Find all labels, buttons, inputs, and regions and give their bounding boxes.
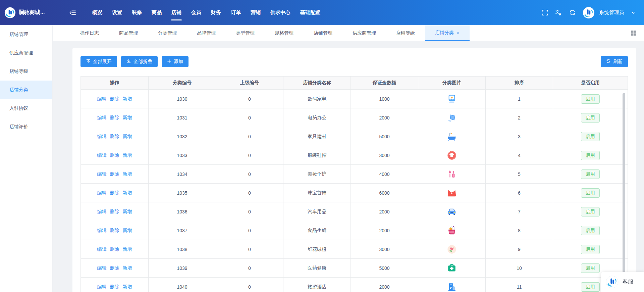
add-child-link[interactable]: 新增 bbox=[123, 171, 132, 177]
category-name-cell: 数码家电 bbox=[283, 90, 351, 108]
sidebar-item-store-management[interactable]: 店铺管理 bbox=[0, 25, 52, 44]
edit-link[interactable]: 编辑 bbox=[97, 96, 107, 101]
sidebar-item-store-level[interactable]: 店铺等级 bbox=[0, 62, 52, 81]
category-code-cell: 1040 bbox=[149, 278, 216, 292]
tab-supplier-management[interactable]: 供应商管理 bbox=[342, 25, 386, 41]
add-label: 添加 bbox=[174, 59, 183, 65]
delete-link[interactable]: 删除 bbox=[110, 171, 119, 177]
tab-close-icon[interactable]: × bbox=[457, 30, 460, 35]
add-child-link[interactable]: 新增 bbox=[123, 152, 132, 158]
category-image-cell bbox=[418, 259, 486, 278]
edit-link[interactable]: 编辑 bbox=[97, 152, 107, 158]
add-child-link[interactable]: 新增 bbox=[123, 96, 132, 101]
tab-store-level[interactable]: 店铺等级 bbox=[386, 25, 425, 41]
add-child-link[interactable]: 新增 bbox=[123, 209, 132, 214]
delete-link[interactable]: 删除 bbox=[110, 284, 119, 289]
tab-operation-log[interactable]: 操作日志 bbox=[70, 25, 109, 41]
nav-item-base-config[interactable]: 基础配置 bbox=[300, 0, 320, 25]
delete-link[interactable]: 删除 bbox=[110, 152, 119, 158]
table-row: 编辑删除新增 1032 0 家具建材 5000 3 启用 bbox=[81, 127, 628, 146]
computer-office-icon bbox=[447, 113, 457, 123]
refresh-icon[interactable] bbox=[569, 9, 576, 16]
expand-all-button[interactable]: 全部展开 bbox=[80, 56, 117, 67]
nav-item-products[interactable]: 商品 bbox=[152, 0, 162, 25]
add-child-link[interactable]: 新增 bbox=[123, 115, 132, 120]
edit-link[interactable]: 编辑 bbox=[97, 115, 107, 120]
add-child-link[interactable]: 新增 bbox=[123, 284, 132, 289]
tab-spec-management[interactable]: 规格管理 bbox=[265, 25, 304, 41]
tab-brand-management[interactable]: 品牌管理 bbox=[187, 25, 226, 41]
category-name-cell: 旅游酒店 bbox=[283, 278, 351, 292]
delete-link[interactable]: 删除 bbox=[110, 115, 119, 120]
sort-cell: 6 bbox=[486, 184, 553, 202]
language-icon[interactable]: 文A bbox=[555, 9, 562, 16]
edit-link[interactable]: 编辑 bbox=[97, 246, 107, 252]
nav-item-supply-center[interactable]: 供求中心 bbox=[270, 0, 290, 25]
vertical-scrollbar-thumb[interactable] bbox=[623, 93, 625, 273]
delete-link[interactable]: 删除 bbox=[110, 96, 119, 101]
tab-category-management[interactable]: 分类管理 bbox=[148, 25, 187, 41]
category-code-cell: 1039 bbox=[149, 259, 216, 278]
delete-link[interactable]: 删除 bbox=[110, 134, 119, 139]
nav-item-orders[interactable]: 订单 bbox=[231, 0, 241, 25]
tab-grid-icon[interactable] bbox=[631, 30, 637, 36]
tab-product-management[interactable]: 商品管理 bbox=[109, 25, 148, 41]
actions-cell: 编辑删除新增 bbox=[81, 108, 149, 127]
edit-link[interactable]: 编辑 bbox=[97, 265, 107, 271]
user-name[interactable]: 系统管理员 bbox=[599, 9, 624, 16]
delete-link[interactable]: 删除 bbox=[110, 265, 119, 271]
status-cell: 启用 bbox=[553, 90, 628, 108]
actions-cell: 编辑删除新增 bbox=[81, 90, 149, 108]
status-badge: 启用 bbox=[581, 282, 600, 292]
svg-text:A: A bbox=[559, 12, 561, 16]
tab-store-category[interactable]: 店铺分类 × bbox=[425, 25, 470, 41]
add-button[interactable]: 添加 bbox=[162, 56, 189, 67]
category-code-cell: 1035 bbox=[149, 184, 216, 202]
add-child-link[interactable]: 新增 bbox=[123, 246, 132, 252]
deposit-cell: 2000 bbox=[351, 278, 418, 292]
edit-link[interactable]: 编辑 bbox=[97, 228, 107, 233]
chevron-down-icon[interactable] bbox=[631, 11, 635, 15]
edit-link[interactable]: 编辑 bbox=[97, 171, 107, 177]
add-child-link[interactable]: 新增 bbox=[123, 190, 132, 195]
collapse-all-button[interactable]: 全部折叠 bbox=[121, 56, 158, 67]
fullscreen-icon[interactable] bbox=[542, 9, 548, 16]
sidebar-item-store-category[interactable]: 店铺分类 bbox=[0, 81, 52, 99]
user-avatar[interactable] bbox=[583, 7, 595, 19]
tab-type-management[interactable]: 类型管理 bbox=[226, 25, 265, 41]
add-child-link[interactable]: 新增 bbox=[123, 134, 132, 139]
nav-item-members[interactable]: 会员 bbox=[191, 0, 201, 25]
nav-item-decoration[interactable]: 装修 bbox=[132, 0, 142, 25]
customer-service-widget[interactable]: 客服 bbox=[601, 272, 644, 292]
nav-item-finance[interactable]: 财务 bbox=[211, 0, 221, 25]
status-badge: 启用 bbox=[581, 132, 600, 141]
refresh-button-icon bbox=[606, 59, 611, 64]
category-code-cell: 1034 bbox=[149, 165, 216, 184]
delete-link[interactable]: 删除 bbox=[110, 190, 119, 195]
nav-item-marketing[interactable]: 营销 bbox=[251, 0, 261, 25]
edit-link[interactable]: 编辑 bbox=[97, 209, 107, 214]
sidebar-item-entry-agreement[interactable]: 入驻协议 bbox=[0, 99, 52, 117]
edit-link[interactable]: 编辑 bbox=[97, 134, 107, 139]
menu-fold-icon[interactable] bbox=[69, 9, 76, 16]
sort-cell: 4 bbox=[486, 146, 553, 165]
tab-store-management[interactable]: 店铺管理 bbox=[304, 25, 342, 41]
parent-code-cell: 0 bbox=[216, 202, 283, 221]
nav-item-overview[interactable]: 概况 bbox=[92, 0, 102, 25]
delete-link[interactable]: 删除 bbox=[110, 209, 119, 214]
sidebar-item-store-review[interactable]: 店铺评价 bbox=[0, 117, 52, 136]
edit-link[interactable]: 编辑 bbox=[97, 284, 107, 289]
sidebar: 店铺管理 供应商管理 店铺等级 店铺分类 入驻协议 店铺评价 bbox=[0, 25, 53, 292]
nav-item-stores[interactable]: 店铺 bbox=[171, 0, 181, 25]
refresh-button[interactable]: 刷新 bbox=[601, 56, 628, 67]
store-category-panel: 全部展开 全部折叠 添加 刷新 操作 分类 bbox=[72, 48, 636, 292]
sidebar-item-supplier-management[interactable]: 供应商管理 bbox=[0, 44, 52, 62]
add-child-link[interactable]: 新增 bbox=[123, 265, 132, 271]
category-name-cell: 珠宝首饰 bbox=[283, 184, 351, 202]
edit-link[interactable]: 编辑 bbox=[97, 190, 107, 195]
nav-item-settings[interactable]: 设置 bbox=[112, 0, 122, 25]
delete-link[interactable]: 删除 bbox=[110, 228, 119, 233]
add-child-link[interactable]: 新增 bbox=[123, 228, 132, 233]
delete-link[interactable]: 删除 bbox=[110, 246, 119, 252]
actions-cell: 编辑删除新增 bbox=[81, 202, 149, 221]
